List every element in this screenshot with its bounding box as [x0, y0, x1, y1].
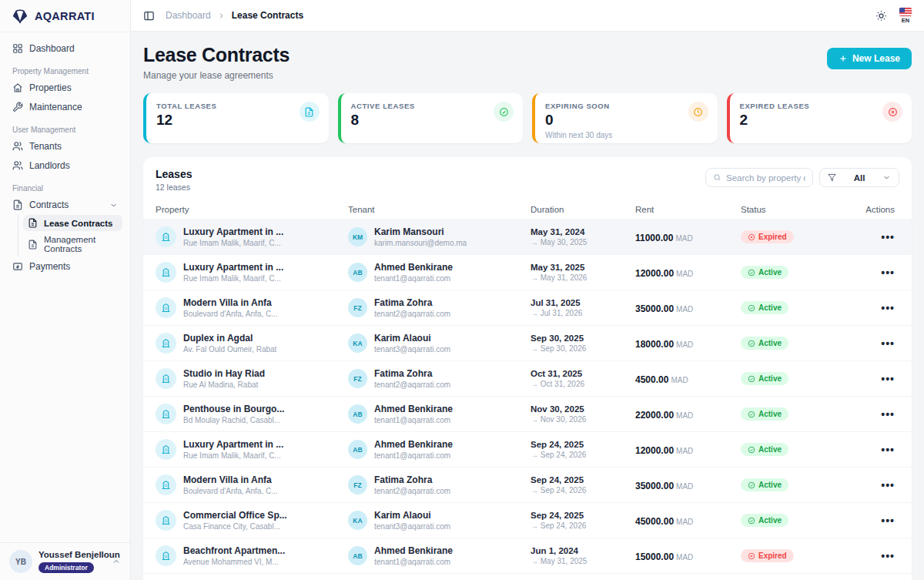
rent-currency: MAD — [676, 411, 693, 420]
row-actions-button[interactable]: ••• — [881, 338, 895, 349]
property-address: Rue Al Madina, Rabat — [183, 381, 265, 389]
file-text-icon — [28, 218, 38, 228]
user-name: Youssef Benjelloun — [38, 550, 105, 559]
column-header-rent: Rent — [635, 205, 741, 214]
duration-end: → Sep 24, 2026 — [531, 451, 635, 459]
tenant-cell: AB Ahmed Benkirane tenant1@aqarrati.com — [348, 404, 531, 424]
tenant-name: Fatima Zohra — [374, 368, 450, 379]
section-label-user-management: User Management — [12, 126, 118, 134]
rent-cell: 45000.00MAD — [635, 514, 741, 528]
status-cell: Active — [741, 407, 849, 421]
rent-cell: 15000.00MAD — [635, 549, 741, 563]
language-selector[interactable]: EN — [899, 8, 912, 24]
status-filter-dropdown[interactable]: All — [819, 168, 899, 187]
breadcrumb-dashboard[interactable]: Dashboard — [166, 10, 211, 21]
sidebar-item-lease-contracts[interactable]: Lease Contracts — [23, 215, 122, 231]
duration-end: → Oct 31, 2026 — [531, 380, 635, 388]
row-actions-button[interactable]: ••• — [881, 409, 895, 420]
duration-end: → Sep 24, 2026 — [531, 486, 635, 495]
table-row[interactable]: Studio in Hay Riad Rue Al Madina, Rabat … — [143, 361, 912, 397]
status-label: Active — [758, 303, 782, 312]
search-input[interactable] — [726, 173, 805, 183]
sidebar-item-payments[interactable]: Payments — [8, 257, 122, 276]
tenant-email: tenant2@aqarrati.com — [374, 310, 450, 318]
file-text-icon — [300, 102, 320, 122]
wrench-icon — [12, 102, 23, 112]
table-row[interactable]: Commercial Office Sp... Casa Finance Cit… — [143, 503, 912, 538]
rent-cell: 12000.00MAD — [635, 443, 741, 457]
tenant-cell: KA Karim Alaoui tenant3@aqarrati.com — [348, 333, 531, 354]
tenant-avatar: AB — [348, 263, 367, 282]
table-row[interactable]: Beachfront Apartmen... Avenue Mohammed V… — [143, 538, 912, 574]
sidebar-item-landlords[interactable]: Landlords — [8, 156, 122, 175]
tenant-avatar: FZ — [348, 369, 367, 388]
table-row[interactable]: Luxury Apartment in ... Rue Imam Malik, … — [143, 432, 912, 468]
property-cell: Duplex in Agdal Av. Fal Ould Oumeir, Rab… — [156, 333, 348, 354]
status-label: Active — [758, 516, 782, 525]
sidebar-item-contracts[interactable]: Contracts — [8, 196, 122, 214]
building-icon — [156, 439, 176, 460]
sidebar-item-tenants[interactable]: Tenants — [8, 137, 122, 156]
row-actions-button[interactable]: ••• — [881, 374, 895, 384]
status-label: Active — [758, 339, 782, 347]
tenant-avatar: FZ — [348, 298, 367, 317]
row-actions-button[interactable]: ••• — [881, 551, 895, 562]
actions-cell: ••• — [849, 266, 899, 280]
row-actions-button[interactable]: ••• — [881, 303, 895, 313]
row-actions-button[interactable]: ••• — [881, 515, 895, 526]
status-badge: Active — [741, 337, 788, 350]
status-label: Active — [758, 410, 782, 418]
sidebar-item-properties[interactable]: Properties — [8, 79, 122, 97]
status-cell: Active — [741, 337, 849, 350]
sidebar-item-dashboard[interactable]: Dashboard — [8, 39, 122, 58]
actions-cell: ••• — [849, 337, 899, 350]
status-cell: Expired — [741, 230, 849, 244]
row-actions-button[interactable]: ••• — [881, 480, 895, 491]
table-row[interactable]: Modern Villa in Anfa Boulevard d'Anfa, A… — [143, 290, 912, 326]
stat-label: EXPIRED LEASES — [740, 102, 902, 110]
status-badge: Active — [741, 301, 788, 314]
check-circle-icon — [748, 340, 755, 347]
rent-amount: 4500.00 — [635, 374, 668, 385]
new-lease-button[interactable]: New Lease — [827, 48, 912, 69]
tenant-name: Karim Alaoui — [374, 333, 450, 344]
table-row[interactable]: Luxury Apartment in ... Rue Imam Malik, … — [143, 220, 912, 255]
table-row[interactable]: Luxury Apartment in ... Rue Imam Malik, … — [143, 255, 912, 290]
property-cell: Beachfront Apartmen... Avenue Mohammed V… — [156, 545, 348, 566]
tenant-name: Fatima Zohra — [374, 474, 450, 485]
theme-sun-icon[interactable] — [875, 10, 887, 22]
tenant-name: Fatima Zohra — [374, 297, 450, 308]
tenant-avatar: KA — [348, 334, 367, 353]
building-icon — [156, 297, 176, 318]
table-row[interactable]: Modern Villa in Anfa Boulevard d'Anfa, A… — [143, 468, 912, 503]
row-actions-button[interactable]: ••• — [881, 267, 895, 278]
rent-currency: MAD — [676, 482, 693, 491]
x-circle-icon — [882, 102, 902, 122]
stat-value: 2 — [740, 112, 902, 129]
rent-currency: MAD — [676, 340, 693, 349]
sidebar-item-maintenance[interactable]: Maintenance — [8, 98, 122, 116]
clock-icon — [688, 102, 708, 122]
sidebar-item-label: Dashboard — [29, 43, 75, 54]
table-row[interactable]: Duplex in Agdal Av. Fal Ould Oumeir, Rab… — [143, 326, 912, 361]
row-actions-button[interactable]: ••• — [881, 444, 895, 455]
table-row[interactable]: Penthouse in Bourgo... Bd Moulay Rachid,… — [143, 397, 912, 432]
column-header-actions: Actions — [849, 205, 899, 214]
sidebar-item-management-contracts[interactable]: Management Contracts — [23, 232, 122, 256]
property-name: Modern Villa in Anfa — [183, 297, 278, 308]
row-actions-button[interactable]: ••• — [881, 232, 895, 243]
lease-count: 12 leases — [156, 183, 192, 192]
actions-cell: ••• — [849, 443, 899, 457]
column-header-status: Status — [741, 205, 849, 214]
user-menu[interactable]: YB Youssef Benjelloun Administrator — [0, 542, 130, 580]
duration-start: Sep 24, 2025 — [531, 440, 635, 449]
status-label: Active — [758, 481, 782, 489]
sidebar-toggle-icon[interactable] — [143, 10, 155, 22]
stat-card-expired-leases: EXPIRED LEASES 2 — [727, 93, 912, 143]
filter-selected-value: All — [854, 173, 865, 183]
check-circle-icon — [748, 481, 755, 489]
rent-amount: 45000.00 — [635, 516, 674, 527]
duration-start: May 31, 2025 — [531, 263, 635, 272]
logo-text: AQARRATI — [35, 10, 95, 22]
rent-cell: 35000.00MAD — [635, 478, 741, 492]
